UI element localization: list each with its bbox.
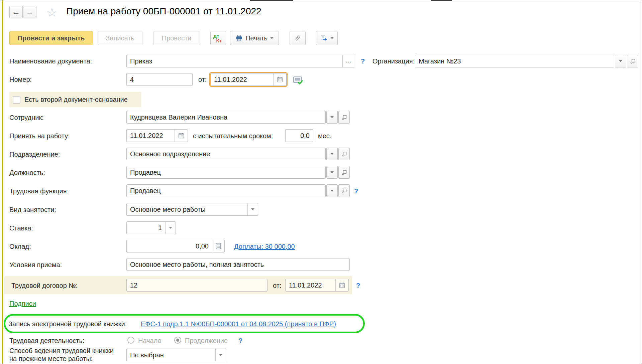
contract-number-input[interactable]: 12	[126, 279, 268, 292]
department-field-group: Основное подразделение	[126, 148, 350, 160]
organization-field-group: Магазин №23	[415, 55, 638, 67]
number-field-group: 4	[126, 73, 193, 86]
save-label: Записать	[106, 34, 134, 42]
hiring-document-window: ← → ☆ Прием на работу 00БП-000001 от 11.…	[0, 0, 642, 364]
doc-name-value: Приказ	[127, 57, 342, 65]
employment-kind-label: Вид занятости:	[9, 206, 56, 214]
work-activity-label: Трудовая деятельность:	[9, 337, 84, 345]
doc-date-input[interactable]: 11.01.2022	[210, 73, 287, 86]
salary-label: Оклад:	[9, 243, 31, 250]
attachments-button[interactable]	[290, 31, 306, 45]
back-arrow-icon: ←	[12, 7, 20, 17]
register-records-button[interactable]	[293, 75, 303, 85]
labor-function-dropdown-button[interactable]	[326, 184, 338, 197]
back-button[interactable]: ←	[9, 6, 23, 18]
left-accent-stripe	[2, 0, 3, 364]
forward-arrow-icon: →	[26, 7, 34, 17]
rate-combobox[interactable]: 1	[126, 221, 176, 234]
forward-button[interactable]: →	[23, 6, 36, 18]
open-form-icon	[342, 152, 347, 157]
labor-function-input[interactable]: Продавец	[126, 184, 326, 197]
department-dropdown-button[interactable]	[326, 148, 338, 160]
conditions-label: Условия приема:	[9, 261, 62, 269]
employment-kind-combobox[interactable]: Основное место работы	[126, 203, 258, 216]
contract-date-input[interactable]: 11.01.2022	[285, 279, 349, 292]
labor-function-field-group: Продавец	[126, 184, 350, 197]
work-activity-radio-start-label[interactable]: Начало	[138, 337, 162, 345]
more-button[interactable]: …	[342, 55, 355, 67]
conditions-field-group: Основное место работы, полная занятость	[126, 258, 350, 271]
work-activity-help-icon[interactable]: ?	[238, 337, 242, 345]
labor-function-help-icon[interactable]: ?	[354, 187, 358, 195]
employee-open-button[interactable]	[338, 111, 350, 124]
employment-kind-dropdown-button[interactable]	[247, 203, 258, 215]
department-label: Подразделение:	[9, 151, 60, 158]
chevron-down-icon	[270, 37, 274, 39]
calendar-icon	[178, 132, 185, 139]
work-activity-radio-continue-label[interactable]: Продолжение	[185, 337, 228, 345]
rate-value: 1	[127, 224, 165, 232]
paperclip-icon	[294, 34, 302, 42]
labor-function-value: Продавец	[127, 187, 325, 195]
department-input[interactable]: Основное подразделение	[126, 148, 326, 160]
work-activity-radio-continue[interactable]	[174, 337, 181, 344]
conditions-value: Основное место работы, полная занятость	[127, 261, 349, 268]
contract-number-field-group: 12	[126, 279, 268, 292]
book-method-dropdown-button[interactable]	[215, 349, 226, 361]
create-based-on-button[interactable]	[316, 31, 338, 45]
salary-calculator-button[interactable]	[212, 240, 224, 252]
salary-input[interactable]: 0,00	[126, 240, 225, 252]
employee-dropdown-button[interactable]	[326, 111, 338, 124]
debit-credit-button[interactable]: Дт Кт	[210, 31, 226, 45]
probation-label: с испытательным сроком:	[193, 132, 273, 140]
doc-date-value: 11.01.2022	[211, 76, 273, 83]
contract-from-label: от:	[273, 282, 281, 290]
ellipsis-icon: …	[345, 56, 352, 66]
organization-open-button[interactable]	[627, 55, 638, 67]
doc-name-input[interactable]: Приказ …	[126, 55, 355, 67]
open-form-icon	[630, 59, 635, 64]
print-label: Печать	[245, 34, 268, 42]
hire-date-label: Принять на работу:	[9, 132, 70, 140]
book-method-field-group: Не выбран	[126, 349, 226, 361]
position-dropdown-button[interactable]	[326, 166, 338, 179]
salary-value: 0,00	[127, 242, 212, 250]
signatures-link[interactable]: Подписи	[9, 300, 36, 308]
etk-record-link[interactable]: ЕФС-1 подр.1.1 №00БП-000001 от 04.08.202…	[141, 320, 336, 328]
doc-name-help-icon[interactable]: ?	[361, 57, 365, 65]
number-input[interactable]: 4	[126, 73, 193, 86]
post-button[interactable]: Провести	[153, 31, 200, 45]
second-basis-label[interactable]: Есть второй документ-основание	[24, 96, 128, 104]
hire-date-calendar-button[interactable]	[175, 130, 188, 142]
employee-input[interactable]: Кудрявцева Валерия Ивановна	[126, 111, 326, 124]
rate-dropdown-button[interactable]	[165, 222, 176, 234]
book-method-value: Не выбран	[127, 351, 215, 359]
post-and-close-button[interactable]: Провести и закрыть	[9, 31, 93, 45]
organization-input[interactable]: Магазин №23	[415, 55, 614, 67]
work-activity-radio-start[interactable]	[127, 337, 134, 344]
favorite-star-icon[interactable]: ☆	[46, 6, 57, 18]
number-value: 4	[127, 76, 192, 83]
save-button[interactable]: Записать	[98, 31, 142, 45]
book-method-combobox[interactable]: Не выбран	[126, 349, 226, 361]
contract-date-calendar-button[interactable]	[335, 279, 348, 291]
position-open-button[interactable]	[338, 166, 350, 179]
chevron-down-icon	[619, 60, 622, 62]
employment-kind-field-group: Основное место работы	[126, 203, 258, 216]
contract-help-icon[interactable]: ?	[356, 282, 360, 290]
second-basis-checkbox[interactable]	[13, 96, 20, 104]
hire-date-input[interactable]: 11.01.2022	[126, 129, 188, 142]
print-button[interactable]: Печать	[230, 31, 279, 45]
probation-input[interactable]: 0,0	[285, 129, 313, 142]
supplements-link[interactable]: Доплаты: 30 000,00	[234, 243, 295, 250]
doc-date-calendar-button[interactable]	[273, 73, 286, 85]
etk-record-label: Запись электронной трудовой книжки:	[8, 320, 127, 328]
page-title: Прием на работу 00БП-000001 от 11.01.202…	[66, 6, 261, 17]
book-method-label-line1: Способ ведения трудовой книжки	[9, 347, 114, 355]
position-input[interactable]: Продавец	[126, 166, 326, 179]
labor-function-open-button[interactable]	[338, 184, 350, 197]
conditions-input[interactable]: Основное место работы, полная занятость	[126, 258, 350, 271]
department-open-button[interactable]	[338, 148, 350, 160]
organization-label: Организация:	[372, 57, 415, 65]
organization-dropdown-button[interactable]	[615, 55, 626, 67]
